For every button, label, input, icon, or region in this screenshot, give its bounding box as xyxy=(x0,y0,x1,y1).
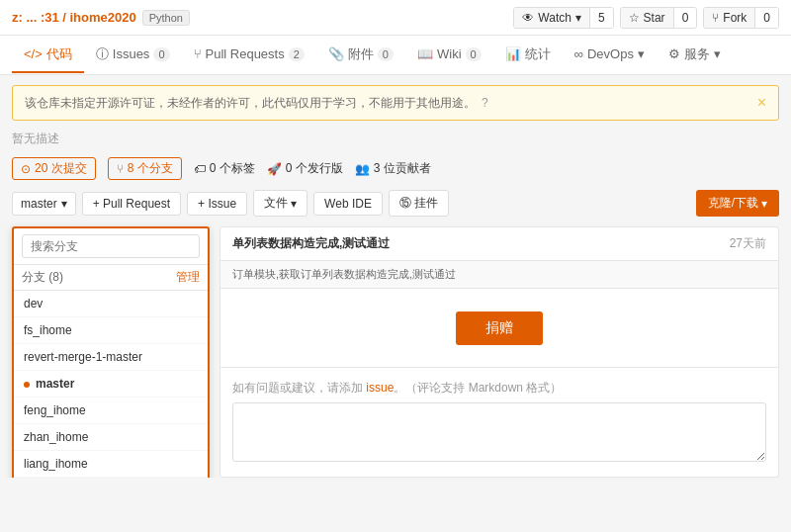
lang-badge: Python xyxy=(142,10,190,26)
tab-attachments[interactable]: 📎 附件 0 xyxy=(316,38,405,73)
watch-count[interactable]: 5 xyxy=(590,8,613,28)
chevron-services-icon: ▾ xyxy=(714,46,721,61)
star-count[interactable]: 0 xyxy=(674,8,697,28)
file-label: 文件 xyxy=(264,195,288,212)
header-right: 👁 Watch ▾ 5 ☆ Star 0 ⑂ Fork 0 xyxy=(513,7,779,29)
alert-message: 该仓库未指定开源许可证，未经作者的许可，此代码仅用于学习，不能用于其他用途。 xyxy=(25,95,476,112)
commits-label: 20 次提交 xyxy=(35,160,87,177)
branches-label: 8 个分支 xyxy=(128,160,173,177)
branch-count-label: 分支 (8) xyxy=(22,269,63,286)
comment-area: 如有问题或建议，请添加 issue。（评论支持 Markdown 格式） xyxy=(220,368,779,478)
contributors-stat[interactable]: 👥 3 位贡献者 xyxy=(355,160,431,177)
branch-search-input[interactable] xyxy=(22,234,200,258)
commit-header: 单列表数据构造完成,测试通过 27天前 xyxy=(220,226,779,261)
chevron-file-icon: ▾ xyxy=(291,197,297,211)
fork-icon: ⑂ xyxy=(712,11,719,25)
commits-icon: ⊙ xyxy=(21,162,31,176)
services-icon: ⚙ xyxy=(668,46,680,61)
branch-search-area xyxy=(14,228,208,265)
tab-issues[interactable]: ⓘ Issues 0 xyxy=(84,38,182,73)
fork-button[interactable]: ⑂ Fork xyxy=(704,8,755,28)
chevron-branch-icon: ▾ xyxy=(61,197,67,211)
releases-stat[interactable]: 🚀 0 个发行版 xyxy=(267,160,343,177)
header-bar: z: ... :31 / ihome2020 Python 👁 Watch ▾ … xyxy=(0,0,791,36)
code-icon: </> xyxy=(24,46,43,61)
header-left: z: ... :31 / ihome2020 Python xyxy=(12,10,190,26)
tab-devops[interactable]: ∞ DevOps ▾ xyxy=(563,39,657,71)
tags-label: 0 个标签 xyxy=(210,160,255,177)
tab-code[interactable]: </> 代码 xyxy=(12,38,84,73)
tab-attachments-label: 附件 xyxy=(348,45,374,63)
comment-hint: 如有问题或建议，请添加 issue。（评论支持 Markdown 格式） xyxy=(232,380,766,397)
contributors-label: 3 位贡献者 xyxy=(374,160,431,177)
commit-detail-text: 订单模块,获取订单列表数据构造完成,测试通过 xyxy=(232,268,456,280)
bookmark-button[interactable]: ⑮ 挂件 xyxy=(389,190,449,217)
watch-label: Watch xyxy=(538,11,571,25)
alert-help-icon: ? xyxy=(482,96,488,110)
no-description: 暂无描述 xyxy=(12,131,779,147)
devops-icon: ∞ xyxy=(574,46,583,61)
alert-close-button[interactable]: × xyxy=(757,94,766,112)
branch-dropdown: 分支 (8) 管理 dev fs_ihome revert-merge-1-ma… xyxy=(12,226,210,478)
main-content: 分支 (8) 管理 dev fs_ihome revert-merge-1-ma… xyxy=(0,226,791,478)
issues-icon: ⓘ xyxy=(96,45,109,63)
stats-icon: 📊 xyxy=(505,46,521,61)
star-button[interactable]: ☆ Star xyxy=(621,8,674,28)
file-button[interactable]: 文件 ▾ xyxy=(253,190,308,217)
tab-wiki[interactable]: 📖 Wiki 0 xyxy=(405,39,493,71)
branch-item-feng[interactable]: feng_ihome xyxy=(14,398,208,424)
clone-download-button[interactable]: 克隆/下载 ▾ xyxy=(696,190,779,217)
tab-issues-count: 0 xyxy=(153,47,169,61)
issue-link[interactable]: issue xyxy=(366,381,394,395)
fork-label: Fork xyxy=(723,11,747,25)
branch-select[interactable]: master ▾ xyxy=(12,192,76,216)
commit-time: 27天前 xyxy=(730,235,766,252)
stats-row: ⊙ 20 次提交 ⑂ 8 个分支 🏷 0 个标签 🚀 0 个发行版 👥 3 位贡… xyxy=(12,157,779,180)
file-table-area: 单列表数据构造完成,测试通过 27天前 订单模块,获取订单列表数据构造完成,测试… xyxy=(220,226,779,478)
branch-item-master[interactable]: master xyxy=(14,371,208,398)
branches-icon: ⑂ xyxy=(117,162,124,176)
donate-button[interactable]: 捐赠 xyxy=(456,311,543,345)
watch-button[interactable]: 👁 Watch ▾ xyxy=(514,8,590,28)
branch-item-dev[interactable]: dev xyxy=(14,291,208,317)
fork-count[interactable]: 0 xyxy=(755,8,778,28)
branch-list: dev fs_ihome revert-merge-1-master maste… xyxy=(14,291,208,478)
branch-list-header: 分支 (8) 管理 xyxy=(14,265,208,291)
contributors-icon: 👥 xyxy=(355,162,370,176)
wiki-icon: 📖 xyxy=(417,46,433,61)
tab-pulls[interactable]: ⑂ Pull Requests 2 xyxy=(182,39,316,71)
repo-summary: 暂无描述 ⊙ 20 次提交 ⑂ 8 个分支 🏷 0 个标签 🚀 0 个发行版 👥… xyxy=(0,131,791,180)
branch-item-revert[interactable]: revert-merge-1-master xyxy=(14,344,208,371)
branches-stat[interactable]: ⑂ 8 个分支 xyxy=(108,157,182,180)
commits-stat[interactable]: ⊙ 20 次提交 xyxy=(12,157,96,180)
donation-area: 捐赠 xyxy=(220,289,779,368)
alert-banner: 该仓库未指定开源许可证，未经作者的许可，此代码仅用于学习，不能用于其他用途。 ?… xyxy=(12,85,779,121)
star-icon: ☆ xyxy=(629,11,640,25)
release-icon: 🚀 xyxy=(267,162,282,176)
tab-stats[interactable]: 📊 统计 xyxy=(493,38,563,73)
clone-label: 克隆/下载 xyxy=(708,195,758,212)
tab-wiki-label: Wiki xyxy=(437,46,462,61)
tab-wiki-count: 0 xyxy=(466,47,482,61)
branch-item-fs-ihome[interactable]: fs_ihome xyxy=(14,317,208,344)
web-ide-button[interactable]: Web IDE xyxy=(313,192,383,216)
branch-manage-link[interactable]: 管理 xyxy=(176,269,200,286)
tag-icon: 🏷 xyxy=(194,162,206,176)
pull-request-button[interactable]: + Pull Request xyxy=(82,192,181,216)
tab-issues-label: Issues xyxy=(113,46,150,61)
tab-stats-label: 统计 xyxy=(525,45,551,63)
chevron-devops-icon: ▾ xyxy=(638,46,645,61)
repo-path[interactable]: z: ... :31 / ihome2020 xyxy=(12,10,136,25)
issue-button[interactable]: + Issue xyxy=(187,192,247,216)
tab-services[interactable]: ⚙ 服务 ▾ xyxy=(657,38,733,73)
comment-input[interactable] xyxy=(232,402,766,462)
branch-item-liang[interactable]: liang_ihome xyxy=(14,451,208,478)
branch-item-zhan[interactable]: zhan_ihome xyxy=(14,424,208,451)
star-label: Star xyxy=(644,11,665,25)
chevron-down-icon: ▾ xyxy=(575,11,581,25)
tab-code-label: 代码 xyxy=(46,45,72,63)
chevron-clone-icon: ▾ xyxy=(761,197,767,211)
commit-message[interactable]: 单列表数据构造完成,测试通过 xyxy=(232,235,390,252)
tab-devops-label: DevOps xyxy=(587,46,634,61)
tags-stat[interactable]: 🏷 0 个标签 xyxy=(194,160,255,177)
